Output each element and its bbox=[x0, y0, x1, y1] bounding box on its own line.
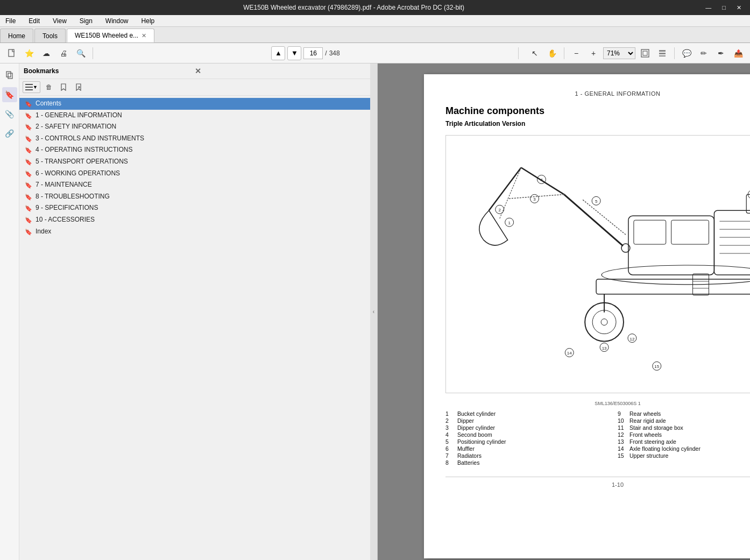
part-num-1: 1 bbox=[445, 410, 455, 417]
bookmark-label-index: Index bbox=[36, 228, 51, 236]
svg-rect-7 bbox=[8, 73, 12, 79]
pen-button[interactable]: ✏ bbox=[696, 46, 711, 61]
print-button[interactable]: 🖨 bbox=[56, 46, 71, 61]
svg-rect-8 bbox=[25, 84, 33, 85]
svg-line-42 bbox=[500, 168, 521, 219]
menu-file[interactable]: File bbox=[2, 16, 19, 26]
bookmark-item-index[interactable]: 🔖 Index bbox=[19, 226, 370, 238]
bookmark-item-4[interactable]: 🔖 4 - OPERATING INSTRUCTIONS bbox=[19, 144, 370, 156]
menu-window[interactable]: Window bbox=[102, 16, 132, 26]
expand-all-btn[interactable] bbox=[73, 81, 86, 93]
bookmark-icon-6: 🔖 bbox=[25, 170, 32, 178]
bookmark-icon-4: 🔖 bbox=[25, 146, 32, 154]
add-bookmark-btn[interactable] bbox=[58, 81, 70, 93]
page-area[interactable]: 1 - GENERAL INFORMATION Machine componen… bbox=[378, 63, 750, 560]
part-num-5: 5 bbox=[445, 438, 455, 445]
bookmark-icon-7: 🔖 bbox=[25, 181, 32, 189]
close-btn[interactable]: ✕ bbox=[733, 4, 745, 11]
zoom-dropdown[interactable]: 71% 50% 75% 100% 125% 150% bbox=[603, 47, 635, 59]
total-pages-label: 348 bbox=[329, 49, 340, 57]
window-controls[interactable]: — □ ✕ bbox=[702, 4, 745, 11]
parts-row-6: 6 Muffler bbox=[445, 445, 618, 452]
page-number-input[interactable]: 16 bbox=[303, 47, 323, 59]
svg-rect-6 bbox=[6, 72, 11, 77]
part-num-12: 12 bbox=[618, 431, 627, 438]
part-num-11: 11 bbox=[618, 424, 627, 431]
share-button[interactable]: 📤 bbox=[731, 46, 746, 61]
bookmarks-header: Bookmarks ✕ bbox=[19, 63, 370, 79]
bookmark-icon-9: 🔖 bbox=[25, 204, 32, 212]
part-name-15: Upper structure bbox=[629, 452, 668, 459]
parts-row-9: 9 Rear wheels bbox=[618, 410, 750, 417]
svg-text:1: 1 bbox=[508, 221, 511, 225]
bookmark-label-5: 5 - TRANSPORT OPERATIONS bbox=[36, 158, 128, 166]
tab-home[interactable]: Home bbox=[0, 29, 33, 42]
toolbar: ⭐ ☁ 🖨 🔍 ▲ ▼ 16 / 348 ↖ ✋ − + 71% 50% 75%… bbox=[0, 43, 750, 63]
next-page-button[interactable]: ▼ bbox=[287, 46, 301, 60]
zoom-out-button[interactable]: − bbox=[569, 46, 584, 61]
bookmark-button[interactable]: ⭐ bbox=[22, 46, 37, 61]
pdf-page: 1 - GENERAL INFORMATION Machine componen… bbox=[424, 74, 750, 558]
tab-tools[interactable]: Tools bbox=[34, 29, 66, 42]
toolbar-sep-2 bbox=[518, 47, 519, 59]
svg-rect-1 bbox=[641, 49, 649, 57]
left-icon-links[interactable]: 🔗 bbox=[2, 126, 17, 141]
bookmark-item-5[interactable]: 🔖 5 - TRANSPORT OPERATIONS bbox=[19, 156, 370, 168]
left-icon-bookmarks[interactable]: 🔖 bbox=[2, 87, 17, 102]
menu-help[interactable]: Help bbox=[138, 16, 158, 26]
bookmarks-options-dropdown[interactable]: ▼ bbox=[23, 81, 40, 93]
bookmark-item-2[interactable]: 🔖 2 - SAFETY INFORMATION bbox=[19, 121, 370, 133]
svg-text:5: 5 bbox=[595, 199, 598, 204]
bookmark-item-3[interactable]: 🔖 3 - CONTROLS AND INSTRUMENTS bbox=[19, 133, 370, 145]
prev-page-button[interactable]: ▲ bbox=[271, 46, 285, 60]
svg-rect-9 bbox=[25, 87, 33, 88]
new-doc-button[interactable] bbox=[4, 46, 19, 61]
left-icon-attachments[interactable]: 📎 bbox=[2, 107, 17, 122]
bookmark-item-9[interactable]: 🔖 9 - SPECIFICATIONS bbox=[19, 202, 370, 214]
bookmark-icon-8: 🔖 bbox=[25, 193, 32, 201]
menu-edit[interactable]: Edit bbox=[25, 16, 43, 26]
part-name-12: Front wheels bbox=[629, 431, 662, 438]
excavator-diagram-svg: 1 2 3 4 5 bbox=[446, 136, 750, 393]
svg-rect-5 bbox=[659, 55, 666, 56]
part-name-8: Batteries bbox=[457, 459, 479, 466]
left-icon-pages[interactable] bbox=[2, 68, 17, 83]
sign-button[interactable]: ✒ bbox=[713, 46, 728, 61]
bookmark-item-6[interactable]: 🔖 6 - WORKING OPERATIONS bbox=[19, 168, 370, 180]
maximize-btn[interactable]: □ bbox=[719, 4, 729, 11]
bookmark-icon-5: 🔖 bbox=[25, 158, 32, 166]
bookmarks-close-btn[interactable]: ✕ bbox=[195, 67, 366, 75]
menu-sign[interactable]: Sign bbox=[76, 16, 96, 26]
tab-document[interactable]: WE150B Wheeled e... ✕ bbox=[67, 29, 154, 42]
parts-row-7: 7 Radiators bbox=[445, 452, 618, 459]
parts-row-13: 13 Front steering axle bbox=[618, 438, 750, 445]
zoom-in-button[interactable]: + bbox=[586, 46, 601, 61]
select-tool-button[interactable]: ↖ bbox=[527, 46, 542, 61]
bookmark-item-10[interactable]: 🔖 10 - ACCESSORIES bbox=[19, 214, 370, 226]
bookmark-item-8[interactable]: 🔖 8 - TROUBLESHOOTING bbox=[19, 191, 370, 203]
scroll-mode-button[interactable] bbox=[655, 46, 670, 61]
part-num-6: 6 bbox=[445, 445, 455, 452]
minimize-btn[interactable]: — bbox=[702, 4, 714, 11]
menu-view[interactable]: View bbox=[49, 16, 70, 26]
cloud-save-button[interactable]: ☁ bbox=[39, 46, 54, 61]
bookmark-item-contents[interactable]: 🔖 Contents bbox=[19, 98, 370, 110]
tab-close-btn[interactable]: ✕ bbox=[141, 32, 146, 39]
svg-rect-15 bbox=[671, 220, 709, 244]
svg-rect-0 bbox=[9, 49, 14, 56]
part-num-9: 9 bbox=[618, 410, 627, 417]
search-toolbar-button[interactable]: 🔍 bbox=[73, 46, 88, 61]
comment-button[interactable]: 💬 bbox=[679, 46, 694, 61]
bookmark-item-1[interactable]: 🔖 1 - GENERAL INFORMATION bbox=[19, 110, 370, 122]
hand-tool-button[interactable]: ✋ bbox=[544, 46, 560, 61]
panel-collapse-btn[interactable]: ‹ bbox=[370, 63, 378, 560]
bookmark-item-7[interactable]: 🔖 7 - MAINTENANCE bbox=[19, 179, 370, 191]
delete-bookmark-btn[interactable]: 🗑 bbox=[43, 81, 55, 93]
svg-rect-2 bbox=[643, 51, 647, 55]
tab-bar: Home Tools WE150B Wheeled e... ✕ bbox=[0, 27, 750, 43]
part-num-14: 14 bbox=[618, 445, 627, 452]
svg-line-39 bbox=[489, 168, 521, 211]
part-name-2: Dipper bbox=[457, 417, 474, 424]
bookmark-icon-2: 🔖 bbox=[25, 123, 32, 131]
fit-page-button[interactable] bbox=[638, 46, 653, 61]
